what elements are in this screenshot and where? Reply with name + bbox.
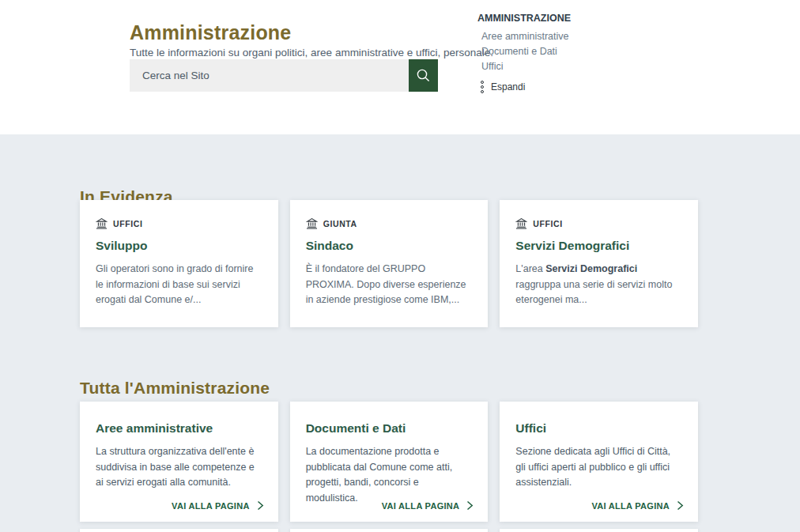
administration-page: Amministrazione Tutte le informazioni su… [0,0,800,532]
page-subtitle: Tutte le informazioni su organi politici… [130,47,493,58]
go-to-page-label: VAI ALLA PAGINA [382,501,460,511]
card-title-link[interactable]: Sindaco [306,239,473,253]
card-category-label: GIUNTA [323,219,357,228]
section-nav-item-documenti-e-dati[interactable]: Documenti e Dati [481,47,636,57]
card-description: La struttura organizzativa dell'ente è s… [96,444,262,491]
card-category-label: UFFICI [533,219,562,228]
go-to-page-link[interactable]: VAI ALLA PAGINA [382,500,474,511]
partial-card [500,529,698,532]
card-description: È il fondatore del GRUPPO PROXIMA. Dopo … [306,262,473,308]
card-category-label: UFFICI [113,219,142,228]
search-input[interactable] [130,59,409,92]
card-title-link[interactable]: Aree amministrative [96,421,262,436]
card-category: UFFICI [96,217,262,229]
bank-icon [96,217,108,229]
kebab-dots-icon [481,81,484,93]
search-button[interactable] [409,59,438,92]
section-nav-item-uffici[interactable]: Uffici [481,62,636,72]
partial-card [80,529,278,532]
bank-icon [306,217,318,229]
card-category: UFFICI [515,217,682,229]
go-to-page-link[interactable]: VAI ALLA PAGINA [172,500,264,511]
nav-card-documenti-e-dati: Documenti e Dati La documentazione prodo… [290,402,489,522]
section-nav-item-aree-amministrative[interactable]: Aree amministrative [481,32,636,42]
card-title-link[interactable]: Uffici [515,421,682,436]
bank-icon [515,217,527,229]
card-description: La documentazione prodotta e pubblicata … [306,444,473,506]
chevron-right-icon [677,500,684,511]
card-description: Gli operatori sono in grado di fornire l… [96,262,262,308]
partial-card [290,529,489,532]
all-administration-cards-row: Aree amministrative La struttura organiz… [80,402,698,522]
highlight-card-servizi-demografici[interactable]: UFFICI Servizi Demografici L'area Serviz… [500,200,698,327]
card-description: Sezione dedicata agli Uffici di Città, g… [515,444,682,491]
go-to-page-label: VAI ALLA PAGINA [591,501,670,511]
magnifier-icon [416,68,431,83]
highlight-card-sindaco[interactable]: GIUNTA Sindaco È il fondatore del GRUPPO… [290,200,489,327]
section-nav-title: AMMINISTRAZIONE [477,13,636,24]
partial-cards-row [80,529,698,532]
highlight-card-sviluppo[interactable]: UFFICI Sviluppo Gli operatori sono in gr… [80,200,278,327]
nav-card-aree-amministrative: Aree amministrative La struttura organiz… [80,402,278,522]
page-title: Amministrazione [130,21,291,44]
card-title-link[interactable]: Sviluppo [96,239,262,253]
go-to-page-link[interactable]: VAI ALLA PAGINA [591,500,684,511]
go-to-page-label: VAI ALLA PAGINA [172,501,250,511]
card-description: L'area Servizi Demografici raggruppa una… [515,262,682,308]
card-title-link[interactable]: Documenti e Dati [306,421,473,436]
chevron-right-icon [257,500,264,511]
card-title-link[interactable]: Servizi Demografici [515,239,682,253]
expand-label: Espandi [491,81,525,92]
section-nav: AMMINISTRAZIONE Aree amministrative Docu… [477,13,636,93]
expand-button[interactable]: Espandi [481,81,636,93]
card-description-bold: Servizi Demografici [545,263,637,274]
all-administration-heading: Tutta l'Amministrazione [80,379,270,398]
card-category: GIUNTA [306,217,473,229]
site-search-bar [130,59,438,92]
nav-card-uffici: Uffici Sezione dedicata agli Uffici di C… [500,402,698,522]
chevron-right-icon [466,500,474,511]
highlights-cards-row: UFFICI Sviluppo Gli operatori sono in gr… [80,200,698,327]
